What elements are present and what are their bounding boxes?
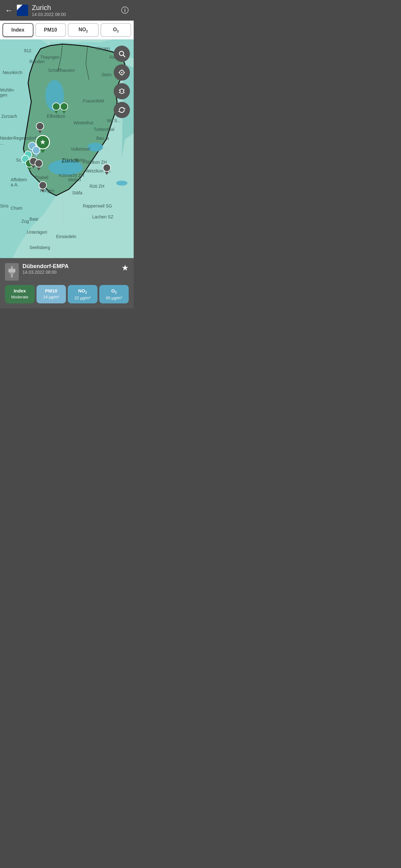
svg-point-6	[45, 80, 64, 111]
metric-label-o3: O3	[111, 288, 116, 294]
metric-label-index: Index	[14, 288, 26, 293]
svg-rect-19	[8, 269, 15, 273]
station-icon	[5, 263, 19, 281]
metric-value-index: Moderate	[11, 294, 28, 299]
bottom-card: Dübendorf-EMPA 14.03.2022 08:00 ★ Index …	[0, 258, 134, 308]
back-button[interactable]: ←	[5, 6, 13, 15]
metric-card-pm10[interactable]: PM10 14 µg/m³	[37, 285, 66, 303]
map[interactable]: Zürich Winterthur Schaffhausen Frauenfel…	[0, 39, 134, 258]
map-controls	[114, 45, 130, 118]
metric-card-o3[interactable]: O3 65 µg/m³	[99, 285, 129, 303]
header-title-group: Zurich 14.03.2022 08:00	[32, 4, 118, 17]
bottom-card-header: Dübendorf-EMPA 14.03.2022 08:00 ★	[5, 263, 129, 281]
locate-button[interactable]	[114, 64, 130, 81]
svg-point-3	[48, 160, 83, 175]
flag-icon	[17, 5, 28, 16]
metric-label-pm10: PM10	[45, 288, 57, 293]
header-date: 14.03.2022 08:00	[32, 12, 118, 17]
header-city: Zurich	[32, 4, 118, 12]
tab-bar: Index PM10 NO2 O3	[0, 21, 134, 39]
station-date: 14.03.2022 08:00	[23, 270, 118, 275]
metric-value-no2: 22 µg/m³	[74, 296, 91, 300]
svg-line-11	[123, 55, 125, 57]
station-name: Dübendorf-EMPA	[23, 263, 118, 270]
tab-no2[interactable]: NO2	[68, 23, 99, 37]
favorite-button[interactable]: ★	[122, 263, 129, 273]
svg-point-13	[121, 72, 123, 73]
tab-o3[interactable]: O3	[101, 23, 132, 37]
metric-card-no2[interactable]: NO2 22 µg/m³	[68, 285, 97, 303]
tab-index[interactable]: Index	[2, 23, 33, 37]
metric-card-index[interactable]: Index Moderate	[5, 285, 35, 303]
search-button[interactable]	[114, 45, 130, 62]
header: ← Zurich 14.03.2022 08:00 ⓘ	[0, 0, 134, 21]
metric-label-no2: NO2	[78, 288, 87, 294]
metric-cards: Index Moderate PM10 14 µg/m³ NO2 22 µg/m…	[5, 285, 129, 303]
svg-point-5	[116, 181, 127, 186]
metric-value-pm10: 14 µg/m³	[43, 294, 59, 299]
svg-point-4	[88, 143, 103, 152]
svg-rect-20	[10, 273, 14, 274]
info-button[interactable]: ⓘ	[121, 5, 129, 15]
country-button[interactable]	[114, 83, 130, 99]
station-info: Dübendorf-EMPA 14.03.2022 08:00	[23, 263, 118, 275]
tab-pm10[interactable]: PM10	[35, 23, 66, 37]
metric-value-o3: 65 µg/m³	[106, 296, 122, 300]
refresh-button[interactable]	[114, 102, 130, 118]
